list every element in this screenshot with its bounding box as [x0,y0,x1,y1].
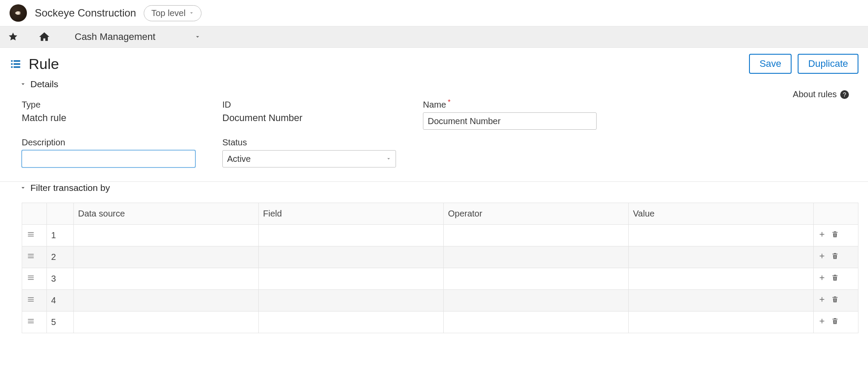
svg-rect-1 [13,60,20,62]
drag-handle-icon[interactable] [26,273,35,282]
col-header-data-source[interactable]: Data source [73,203,258,225]
svg-rect-3 [13,63,20,65]
level-selector-label: Top level [151,8,185,18]
add-row-icon[interactable] [818,317,826,325]
delete-row-icon[interactable] [831,252,839,260]
page-header: Rule Save Duplicate [0,48,868,78]
data-source-cell[interactable] [73,225,258,246]
description-input[interactable] [22,150,195,167]
field-cell[interactable] [258,312,443,333]
add-row-icon[interactable] [818,274,826,282]
filter-section-toggle[interactable]: Filter transaction by [20,183,858,193]
details-section: Details About rules ? Type Match rule ID… [0,78,868,182]
field-cell[interactable] [258,268,443,290]
fish-icon [13,8,23,18]
required-indicator: * [448,99,450,106]
data-source-cell[interactable] [73,312,258,333]
filter-table: Data source Field Operator Value 12345 [22,203,858,333]
field-cell[interactable] [258,225,443,246]
field-cell[interactable] [258,290,443,312]
module-bar: Cash Management [0,26,868,48]
field-cell[interactable] [258,246,443,268]
data-source-cell[interactable] [73,268,258,290]
row-number: 5 [46,312,73,333]
duplicate-button[interactable]: Duplicate [798,54,858,74]
operator-cell[interactable] [443,290,628,312]
data-source-cell[interactable] [73,246,258,268]
name-input[interactable] [423,112,597,130]
filter-section: Filter transaction by Data source Field … [0,182,868,337]
details-section-toggle[interactable]: Details [20,79,858,89]
chevron-down-icon [189,10,194,16]
module-selector[interactable]: Cash Management [75,31,201,43]
row-number: 1 [46,225,73,246]
drag-handle-icon[interactable] [26,230,35,239]
description-label: Description [22,138,221,148]
data-source-cell[interactable] [73,290,258,312]
svg-rect-0 [11,60,13,62]
save-button[interactable]: Save [749,54,792,74]
value-cell[interactable] [628,290,813,312]
add-row-icon[interactable] [818,230,826,238]
company-name: Sockeye Construction [35,7,136,19]
module-name: Cash Management [75,31,155,43]
brand-bar: Sockeye Construction Top level [0,0,868,26]
value-cell[interactable] [628,268,813,290]
list-icon[interactable] [10,58,22,70]
page-title: Rule [29,56,59,72]
svg-rect-5 [13,66,20,68]
favorite-star-icon[interactable] [8,32,18,42]
col-header-operator[interactable]: Operator [443,203,628,225]
svg-rect-2 [11,63,13,65]
add-row-icon[interactable] [818,252,826,260]
description-field: Description [22,138,221,167]
operator-cell[interactable] [443,225,628,246]
table-row: 3 [22,268,858,290]
about-rules-label: About rules [793,89,837,99]
value-cell[interactable] [628,246,813,268]
col-header-field[interactable]: Field [258,203,443,225]
add-row-icon[interactable] [818,295,826,303]
chevron-down-icon [20,81,26,87]
operator-cell[interactable] [443,312,628,333]
table-row: 2 [22,246,858,268]
about-rules-link[interactable]: About rules ? [793,89,849,99]
id-field: ID Document Number [222,100,422,130]
level-selector[interactable]: Top level [144,5,201,21]
operator-cell[interactable] [443,246,628,268]
col-header-actions [813,203,858,225]
delete-row-icon[interactable] [831,317,839,325]
name-field: Name * [423,100,623,130]
filter-section-title: Filter transaction by [30,183,110,193]
delete-row-icon[interactable] [831,230,839,238]
type-field: Type Match rule [22,100,221,130]
id-label: ID [222,100,422,110]
status-select[interactable]: Active [222,150,396,167]
id-value: Document Number [222,112,422,124]
status-field: Status Active [222,138,422,167]
operator-cell[interactable] [443,268,628,290]
chevron-down-icon [195,34,201,40]
chevron-down-icon [386,156,391,161]
row-number: 4 [46,290,73,312]
value-cell[interactable] [628,225,813,246]
row-number: 3 [46,268,73,290]
col-header-drag [22,203,47,225]
home-icon[interactable] [38,31,50,43]
delete-row-icon[interactable] [831,295,839,303]
status-label: Status [222,138,422,148]
company-logo [10,4,27,22]
delete-row-icon[interactable] [831,274,839,282]
status-value: Active [227,154,251,164]
help-icon: ? [840,90,849,99]
chevron-down-icon [20,185,26,191]
value-cell[interactable] [628,312,813,333]
type-value: Match rule [22,112,221,124]
table-row: 1 [22,225,858,246]
drag-handle-icon[interactable] [26,252,35,260]
col-header-num [46,203,73,225]
drag-handle-icon[interactable] [26,295,35,304]
table-row: 5 [22,312,858,333]
col-header-value[interactable]: Value [628,203,813,225]
drag-handle-icon[interactable] [26,317,35,325]
